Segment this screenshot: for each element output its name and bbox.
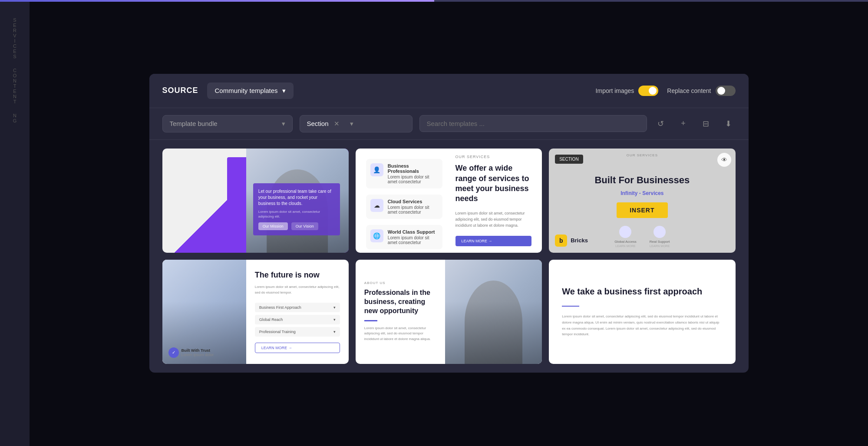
sidebar: SERVICES CONTENT NG [0, 0, 30, 446]
search-area[interactable] [419, 115, 647, 132]
section-filter-dropdown[interactable]: Section ✕ ▾ [300, 115, 413, 132]
toolbar-icons: ↺ + ⊟ ⬇ [654, 117, 736, 131]
section-filter-label: Section [307, 120, 329, 127]
template-modal: SOURCE Community templates ▾ Import imag… [149, 74, 749, 373]
template-bundle-label: Template bundle [170, 120, 218, 127]
refresh-button[interactable]: ↺ [654, 117, 668, 131]
sidebar-item-content: CONTENT [0, 68, 30, 104]
import-images-group: Import images [596, 86, 659, 96]
template-card-6[interactable]: We take a business first approach Lorem … [549, 260, 735, 364]
chevron-down-icon: ▾ [350, 120, 353, 128]
template-card-5[interactable]: ABOUT US Professionals in the business, … [356, 260, 542, 364]
import-images-label: Import images [596, 87, 634, 94]
section-badge: SECTION [555, 155, 583, 164]
template-card-1[interactable]: Let our professional team take care of y… [162, 149, 349, 253]
header-right: Import images Replace content [596, 86, 736, 96]
preview-button[interactable]: 👁 [717, 153, 731, 167]
sidebar-item-ng: NG [0, 113, 30, 123]
plus-icon: + [681, 119, 686, 128]
replace-content-label: Replace content [667, 87, 711, 94]
modal-header: SOURCE Community templates ▾ Import imag… [149, 74, 749, 108]
progress-fill [0, 0, 434, 2]
replace-content-group: Replace content [667, 86, 735, 96]
progress-bar [0, 0, 868, 2]
source-label: SOURCE [162, 86, 198, 95]
download-button[interactable]: ⬇ [722, 117, 736, 131]
modal-overlay: SOURCE Community templates ▾ Import imag… [30, 0, 868, 446]
save-icon: ⊟ [703, 119, 709, 129]
download-icon: ⬇ [725, 119, 732, 129]
template-card-3[interactable]: SECTION 👁 OUR SERVICES Built For Busines… [549, 149, 735, 253]
search-input[interactable] [427, 116, 640, 132]
source-dropdown-label: Community templates [215, 87, 278, 94]
add-button[interactable]: + [677, 117, 690, 131]
chevron-down-icon: ▾ [282, 87, 286, 95]
sidebar-item-services: SERVICES [0, 17, 30, 59]
save-button[interactable]: ⊟ [699, 117, 713, 131]
modal-toolbar: Template bundle ▾ Section ✕ ▾ ↺ + ⊟ [149, 108, 749, 140]
refresh-icon: ↺ [657, 119, 664, 129]
template-card-2[interactable]: 👤 Business Professionals Lorem ipsum dol… [356, 149, 542, 253]
template-card-4[interactable]: ✓ Built With Trust Lorem ipsum dolor The… [162, 260, 349, 364]
template-grid: Let our professional team take care of y… [149, 140, 749, 373]
chevron-down-icon: ▾ [282, 120, 285, 128]
replace-content-toggle[interactable] [716, 86, 736, 96]
template-bundle-dropdown[interactable]: Template bundle ▾ [162, 115, 293, 132]
import-images-toggle[interactable] [638, 86, 658, 96]
close-section-filter-icon[interactable]: ✕ [334, 120, 340, 128]
source-dropdown[interactable]: Community templates ▾ [207, 83, 294, 99]
